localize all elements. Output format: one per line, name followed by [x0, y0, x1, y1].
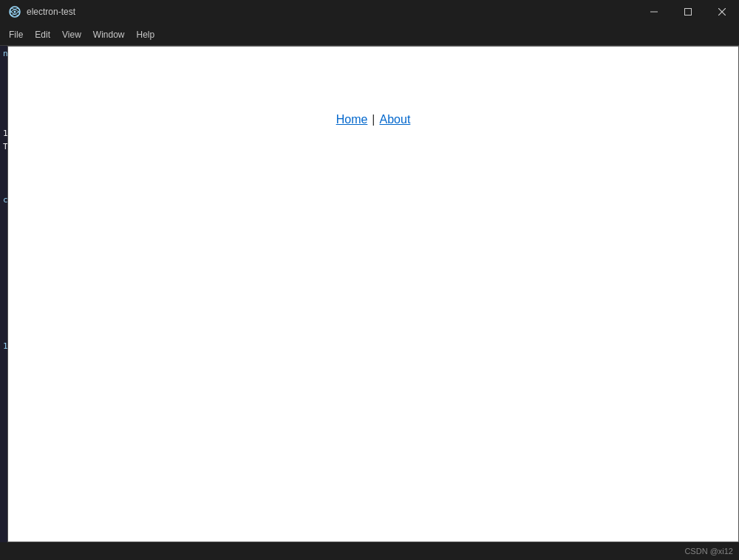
nav-links: Home | About [336, 113, 411, 126]
menu-window[interactable]: Window [87, 27, 131, 43]
menu-file[interactable]: File [3, 27, 29, 43]
bottom-bar: CSDN @xi12 [0, 542, 739, 560]
app-content: Home | About [8, 47, 738, 542]
home-link[interactable]: Home [336, 113, 368, 126]
menu-edit[interactable]: Edit [29, 27, 56, 43]
svg-rect-4 [650, 12, 658, 13]
menu-help[interactable]: Help [131, 27, 161, 43]
app-icon [9, 6, 21, 18]
nav-separator: | [372, 113, 375, 126]
maximize-button[interactable] [671, 0, 705, 24]
main-layout: name: 'home' 1 T c 1 [0, 46, 739, 542]
menu-view[interactable]: View [56, 27, 87, 43]
about-link[interactable]: About [380, 113, 411, 126]
svg-rect-5 [685, 9, 692, 16]
minimize-button[interactable] [637, 0, 671, 24]
menu-bar: File Edit View Window Help [0, 24, 739, 46]
title-bar: electron-test [0, 0, 739, 24]
watermark-text: CSDN @xi12 [684, 547, 733, 556]
code-peek: name: 'home' 1 T c 1 [0, 46, 7, 542]
app-window: Home | About [7, 46, 739, 542]
close-button[interactable] [705, 0, 739, 24]
svg-point-3 [14, 11, 16, 13]
left-sidebar: name: 'home' 1 T c 1 [0, 46, 7, 542]
window-controls [637, 0, 739, 24]
window-title: electron-test [27, 7, 730, 17]
